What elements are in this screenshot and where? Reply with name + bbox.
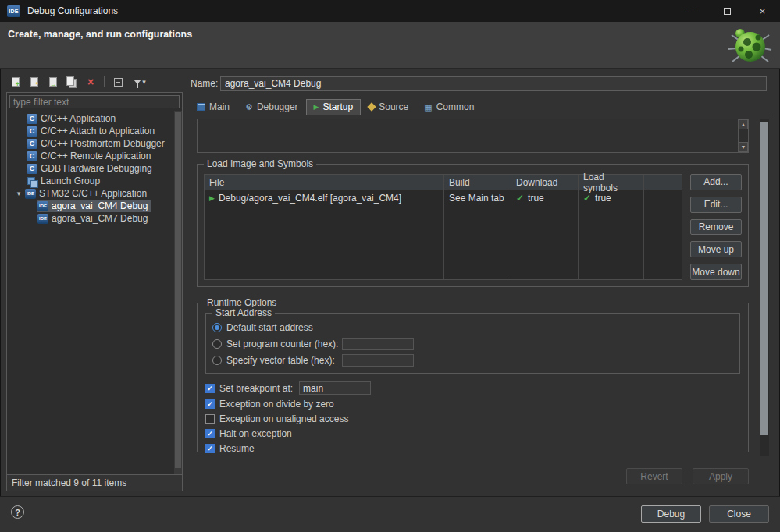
export-configuration-button[interactable]: → (46, 75, 60, 89)
radio-label: Specify vector table (hex): (226, 355, 342, 366)
edit-button[interactable]: Edit... (690, 197, 742, 213)
column-header-download[interactable]: Download (511, 175, 578, 190)
content-scrollbar-thumb[interactable] (760, 122, 768, 435)
maximize-button[interactable] (710, 0, 745, 22)
chevron-down-icon[interactable]: ▾ (13, 190, 24, 197)
maximize-icon (724, 8, 731, 15)
delete-configuration-button[interactable]: × (84, 75, 98, 89)
main-tab-icon (197, 103, 205, 111)
minimize-button[interactable]: — (675, 0, 710, 22)
tab-source[interactable]: Source (361, 99, 416, 115)
c-app-icon: C (27, 151, 37, 161)
config-tabs: Main ⚙ Debugger ▶ Startup Source ▦ Commo… (187, 95, 769, 115)
scroll-down-button[interactable]: ▼ (739, 142, 748, 152)
set-program-counter-radio[interactable] (212, 339, 222, 349)
new-prototype-icon: * (30, 77, 38, 87)
column-header-build[interactable]: Build (444, 175, 511, 190)
debug-button[interactable]: Debug (641, 505, 701, 523)
tree-item-launch-group[interactable]: Launch Group (7, 175, 182, 187)
launch-config-panel: + * → × ▾ CC/C++ Application (6, 73, 183, 491)
config-tree-box: CC/C++ Application CC/C++ Attach to Appl… (6, 92, 183, 491)
radio-label: Set program counter (hex): (226, 339, 342, 349)
column-header-load-symbols[interactable]: Load symbols (579, 175, 643, 190)
title-bar: IDE Debug Configurations — × (0, 0, 780, 22)
check-icon: ✓ (583, 193, 591, 204)
tab-main[interactable]: Main (189, 99, 237, 115)
exception-divide-zero-checkbox[interactable]: ✓ (205, 399, 215, 409)
set-breakpoint-checkbox[interactable]: ✓ (205, 384, 215, 393)
table-row-download-cell[interactable]: ✓ true (511, 190, 578, 206)
specify-vector-table-radio[interactable] (212, 356, 222, 365)
checkbox-label: Exception on unaligned access (219, 413, 348, 424)
content-scrollbar[interactable] (760, 119, 769, 456)
move-up-button[interactable]: Move up (690, 241, 742, 257)
duplicate-icon (65, 75, 79, 89)
scroll-up-button[interactable]: ▲ (739, 119, 748, 129)
checkbox-label: Set breakpoint at: (219, 383, 293, 394)
ide-config-icon: IDE (37, 201, 48, 211)
program-counter-input[interactable] (342, 338, 414, 350)
tab-startup[interactable]: ▶ Startup (306, 99, 362, 115)
checkbox-label: Halt on exception (219, 428, 292, 439)
add-button[interactable]: Add... (690, 174, 742, 190)
runtime-options-title: Runtime Options (204, 297, 280, 308)
new-prototype-button[interactable]: * (27, 75, 41, 89)
new-configuration-button[interactable]: + (9, 75, 23, 89)
tree-item-cpp-remote[interactable]: CC/C++ Remote Application (7, 150, 182, 162)
name-input[interactable] (220, 76, 767, 91)
remove-button[interactable]: Remove (690, 219, 742, 236)
halt-on-exception-checkbox[interactable]: ✓ (205, 429, 215, 438)
revert-button[interactable]: Revert (626, 468, 682, 484)
tree-scrollbar-thumb[interactable] (175, 112, 181, 468)
checkbox-label: Exception on divide by zero (219, 399, 334, 410)
delete-icon: × (87, 76, 94, 87)
toolbar-separator (104, 76, 105, 87)
run-icon: ▶ (209, 194, 215, 202)
startup-tab-content: ▲ ▼ Load Image and Symbols File ▶ Debug/… (187, 117, 769, 456)
tree-item-cpp-application[interactable]: CC/C++ Application (7, 112, 182, 125)
tab-common[interactable]: ▦ Common (416, 99, 482, 115)
window-title: Debug Configurations (27, 5, 118, 16)
name-label: Name: (187, 78, 220, 89)
default-start-address-radio[interactable] (212, 323, 222, 332)
tree-item-cpp-postmortem[interactable]: CC/C++ Postmortem Debugger (7, 137, 182, 150)
checkbox-label: Resume (219, 443, 255, 454)
filter-configurations-button[interactable]: ▾ (130, 75, 150, 89)
filter-caret-icon: ▾ (142, 78, 146, 86)
init-commands-area[interactable]: ▲ ▼ (197, 119, 749, 153)
breakpoint-input[interactable] (299, 381, 371, 395)
close-button[interactable]: Close (709, 505, 769, 523)
tree-item-stm32-application[interactable]: ▾ IDESTM32 C/C++ Application (7, 187, 182, 200)
config-toolbar: + * → × ▾ (6, 73, 183, 90)
resume-checkbox[interactable]: ✓ (205, 444, 215, 453)
table-row-build-cell[interactable]: See Main tab (444, 190, 511, 206)
minimize-icon: — (687, 5, 697, 17)
load-image-group: Load Image and Symbols File ▶ Debug/agor… (197, 164, 749, 287)
tree-item-agora-vai-cm4-debug[interactable]: IDEagora_vai_CM4 Debug (7, 200, 182, 212)
check-icon: ✓ (516, 193, 524, 204)
tree-item-cpp-attach[interactable]: CC/C++ Attach to Application (7, 125, 182, 137)
tree-item-gdb-hardware[interactable]: CGDB Hardware Debugging (7, 162, 182, 175)
column-header-file[interactable]: File (205, 175, 443, 190)
collapse-all-button[interactable] (111, 75, 125, 89)
vector-table-input[interactable] (342, 354, 414, 367)
filter-funnel-icon (134, 80, 141, 84)
tab-debugger[interactable]: ⚙ Debugger (237, 99, 306, 115)
tree-scrollbar[interactable] (174, 111, 182, 474)
column-header-blank (644, 175, 682, 190)
c-app-icon: C (27, 126, 37, 137)
radio-label: Default start address (226, 322, 342, 333)
tree-item-agora-vai-cm7-debug[interactable]: IDEagora_vai_CM7 Debug (7, 212, 182, 225)
load-table[interactable]: File ▶ Debug/agora_vai_CM4.elf [agora_va… (204, 174, 682, 280)
export-icon: → (49, 77, 57, 87)
exception-unaligned-checkbox[interactable]: ✓ (205, 414, 215, 424)
apply-button[interactable]: Apply (693, 468, 749, 484)
table-row-file-cell[interactable]: ▶ Debug/agora_vai_CM4.elf [agora_vai_CM4… (205, 190, 443, 206)
move-down-button[interactable]: Move down (690, 264, 742, 280)
table-row-load-symbols-cell[interactable]: ✓ true (579, 190, 643, 206)
init-commands-scrollbar[interactable]: ▲ ▼ (738, 119, 748, 152)
help-button[interactable]: ? (11, 505, 24, 519)
filter-input[interactable] (9, 95, 180, 108)
close-window-button[interactable]: × (745, 0, 780, 22)
duplicate-configuration-button[interactable] (65, 75, 79, 89)
